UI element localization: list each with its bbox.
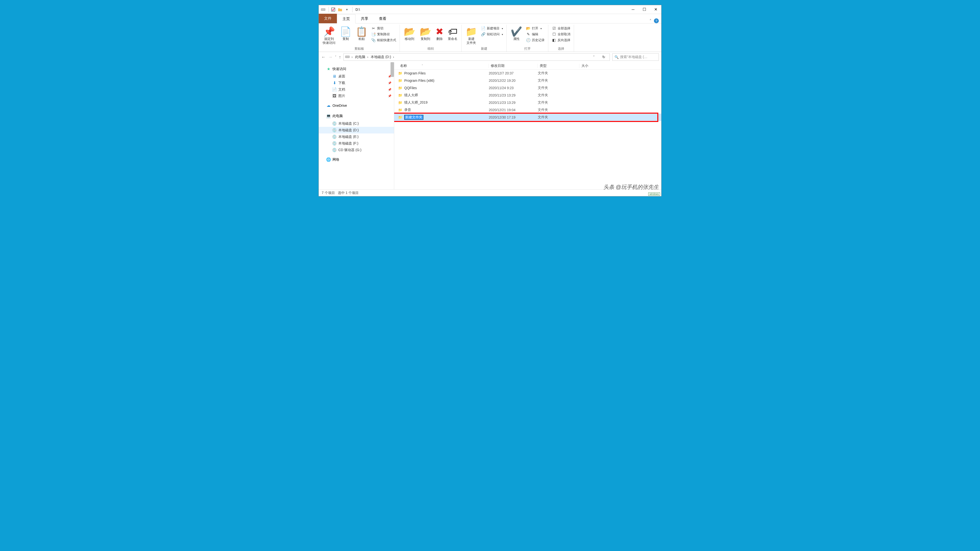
- file-name: 猎人大师: [404, 93, 418, 97]
- maximize-button[interactable]: ☐: [639, 5, 650, 14]
- rename-input[interactable]: 新建文件夹: [404, 115, 423, 120]
- select-all-button[interactable]: ☑全部选择: [550, 26, 572, 31]
- file-row[interactable]: 📁Program Files2020/12/7 20:37文件夹: [394, 70, 661, 77]
- sidebar-drive-e[interactable]: 💿本地磁盘 (E:): [319, 133, 394, 140]
- file-row[interactable]: 📁录音2020/12/21 19:04文件夹: [394, 106, 661, 114]
- easy-access-button[interactable]: 🔗轻松访问▾: [479, 32, 504, 37]
- folder-icon: 📁: [398, 86, 402, 90]
- collapse-ribbon-icon[interactable]: ˄: [649, 19, 651, 23]
- recent-dropdown-icon[interactable]: ˅: [335, 56, 336, 59]
- breadcrumb-pc[interactable]: 此电脑: [355, 55, 365, 59]
- nav-pane[interactable]: ★快速访问 🖥桌面📌 ⬇下载📌 📄文档📌 🖼图片📌 ☁OneDrive 💻此电脑…: [319, 62, 394, 189]
- pin-icon: 📌: [388, 94, 391, 98]
- col-size[interactable]: 大小: [579, 64, 609, 68]
- refresh-button[interactable]: ↻: [599, 53, 608, 61]
- file-name: Program Files: [404, 71, 426, 75]
- file-type: 文件夹: [538, 115, 579, 119]
- tab-share[interactable]: 共享: [355, 14, 374, 23]
- sidebar-item-pictures[interactable]: 🖼图片📌: [319, 93, 394, 99]
- file-row[interactable]: 📁Program Files (x86)2020/12/22 19:20文件夹: [394, 77, 661, 84]
- chevron-right-icon[interactable]: ›: [352, 56, 353, 59]
- pin-icon: 📌: [388, 75, 391, 78]
- sidebar-drive-d[interactable]: 💿本地磁盘 (D:): [319, 127, 394, 133]
- chevron-right-icon[interactable]: ›: [393, 56, 394, 59]
- file-type: 文件夹: [538, 93, 579, 97]
- delete-button[interactable]: ✖删除: [434, 25, 445, 42]
- file-row[interactable]: 📁QQFiles2020/11/24 9:23文件夹: [394, 84, 661, 92]
- file-type: 文件夹: [538, 108, 579, 112]
- move-to-button[interactable]: 📂移动到: [402, 25, 417, 42]
- file-date: 2020/11/23 13:29: [489, 93, 538, 97]
- checkbox-qat-icon[interactable]: [330, 6, 336, 13]
- file-date: 2020/12/30 17:19: [489, 115, 538, 119]
- file-date: 2020/12/7 20:37: [489, 71, 538, 75]
- copy-path-button[interactable]: 📑复制路径: [370, 32, 398, 37]
- file-type: 文件夹: [538, 86, 579, 90]
- select-none-button[interactable]: ☐全部取消: [550, 32, 572, 37]
- open-button[interactable]: 📂打开▾: [525, 26, 546, 31]
- file-name: QQFiles: [404, 86, 417, 90]
- sidebar-drive-g[interactable]: 💿CD 驱动器 (G:): [319, 147, 394, 153]
- file-date: 2020/11/23 13:29: [489, 101, 538, 105]
- folder-icon: 📁: [398, 115, 402, 119]
- sidebar-item-downloads[interactable]: ⬇下载📌: [319, 79, 394, 86]
- address-dropdown-icon[interactable]: ˅: [589, 53, 598, 61]
- sidebar-item-desktop[interactable]: 🖥桌面📌: [319, 73, 394, 79]
- explorer-window: ▼ D:\ ─ ☐ ✕ 文件 主页 共享 查看 ˄ ? 📌固定到 快速访问 📄复…: [318, 5, 662, 196]
- chevron-right-icon[interactable]: ›: [367, 56, 368, 59]
- drive-icon: [320, 6, 326, 13]
- sidebar-drive-f[interactable]: 💿本地磁盘 (F:): [319, 140, 394, 147]
- file-row[interactable]: 📁猎人大师_20192020/11/23 13:29文件夹: [394, 99, 661, 106]
- folder-icon: 📁: [398, 71, 402, 75]
- address-bar[interactable]: › 此电脑 › 本地磁盘 (D:) › ˅ ↻: [344, 53, 610, 61]
- breadcrumb-drive[interactable]: 本地磁盘 (D:): [371, 55, 391, 59]
- rename-button[interactable]: 🏷重命名: [446, 25, 460, 42]
- col-type[interactable]: 类型: [538, 64, 579, 68]
- window-title: D:\: [355, 8, 360, 11]
- invert-selection-button[interactable]: ◧反向选择: [550, 38, 572, 43]
- history-button[interactable]: 🕘历史记录: [525, 38, 546, 43]
- copy-to-button[interactable]: 📂复制到: [418, 25, 433, 42]
- file-row[interactable]: 📁猎人大师2020/11/23 13:29文件夹: [394, 92, 661, 99]
- close-button[interactable]: ✕: [650, 5, 661, 14]
- up-button[interactable]: ↑: [339, 55, 341, 60]
- search-input[interactable]: 🔍 搜索"本地磁盘 (…: [612, 53, 659, 61]
- folder-qat-icon[interactable]: [337, 6, 343, 13]
- sidebar-drive-c[interactable]: 💿本地磁盘 (C:): [319, 120, 394, 127]
- help-icon[interactable]: ?: [654, 18, 659, 23]
- sidebar-onedrive[interactable]: ☁OneDrive: [319, 102, 394, 109]
- watermark-badge: windows: [648, 192, 660, 196]
- paste-shortcut-button[interactable]: 📎粘贴快捷方式: [370, 38, 398, 43]
- pin-icon: 📌: [388, 88, 391, 91]
- sidebar-network[interactable]: 🌐网络: [319, 156, 394, 163]
- back-button[interactable]: ←: [321, 55, 326, 60]
- folder-icon: 📁: [398, 108, 402, 112]
- sidebar-item-documents[interactable]: 📄文档📌: [319, 86, 394, 93]
- forward-button[interactable]: →: [328, 55, 332, 60]
- paste-button[interactable]: 📋粘贴: [354, 25, 369, 42]
- col-name[interactable]: 名称: [400, 64, 407, 68]
- nav-bar: ← → ˅ ↑ › 此电脑 › 本地磁盘 (D:) › ˅ ↻ 🔍 搜索"本地磁…: [319, 52, 661, 62]
- new-folder-button[interactable]: 📁新建 文件夹: [463, 25, 479, 46]
- edit-button[interactable]: ✎编辑: [525, 32, 546, 37]
- ribbon-tabs: 文件 主页 共享 查看 ˄ ?: [319, 14, 661, 24]
- file-date: 2020/12/21 19:04: [489, 108, 538, 112]
- file-row[interactable]: 📁新建文件夹2020/12/30 17:19文件夹: [394, 114, 661, 121]
- new-item-button[interactable]: 📄新建项目▾: [479, 26, 504, 31]
- copy-button[interactable]: 📄复制: [338, 25, 353, 42]
- minimize-button[interactable]: ─: [627, 5, 639, 14]
- properties-button[interactable]: ✔️属性: [509, 25, 524, 42]
- tab-file[interactable]: 文件: [319, 14, 337, 23]
- sidebar-this-pc[interactable]: 💻此电脑: [319, 113, 394, 119]
- tab-view[interactable]: 查看: [374, 14, 392, 23]
- tab-home[interactable]: 主页: [337, 14, 355, 24]
- qat-dropdown-icon[interactable]: ▼: [344, 6, 350, 13]
- file-name: 录音: [404, 108, 411, 112]
- column-headers[interactable]: 名称˄ 修改日期 类型 大小: [394, 62, 661, 70]
- sidebar-quick-access[interactable]: ★快速访问: [319, 66, 394, 72]
- drive-icon: [345, 55, 350, 59]
- file-list-pane: 名称˄ 修改日期 类型 大小 📁Program Files2020/12/7 2…: [394, 62, 661, 189]
- pin-to-quick-access-button[interactable]: 📌固定到 快速访问: [321, 25, 337, 46]
- col-date[interactable]: 修改日期: [489, 64, 538, 68]
- cut-button[interactable]: ✂剪切: [370, 26, 398, 31]
